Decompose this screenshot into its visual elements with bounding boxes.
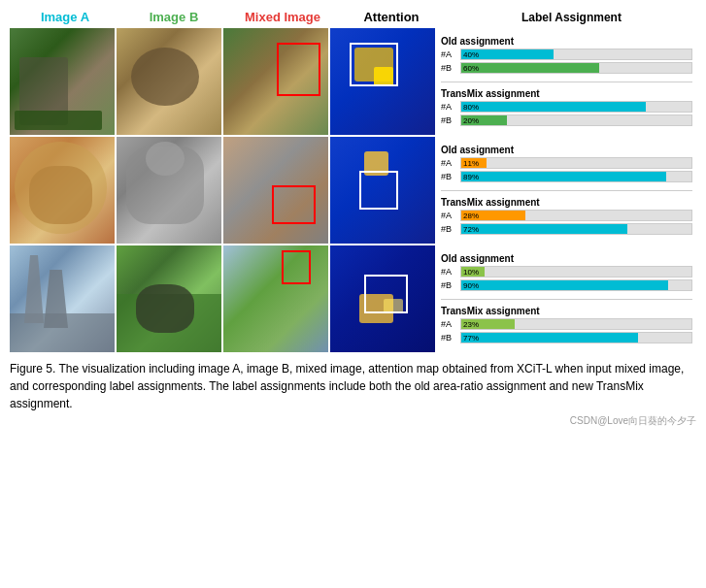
old-assignment-title-1: Old assignment	[441, 36, 692, 47]
header-row: Image A Image B Mixed Image Attention La…	[10, 10, 696, 24]
bar-text-b-2-new: 72%	[463, 224, 479, 233]
bar-label-b-2-new: #B	[441, 224, 458, 234]
new-assignment-title-2: TransMix assignment	[441, 197, 692, 208]
divider-3	[441, 299, 692, 300]
table-row: Old assignment #A 10% #B 90%	[10, 245, 696, 352]
image-mix-1	[223, 28, 328, 135]
bar-label-a-3-new: #A	[441, 319, 458, 329]
bar-container-b-2-new: 72%	[460, 223, 692, 235]
image-att-3	[330, 245, 435, 352]
old-assignment-3: Old assignment #A 10% #B 90%	[441, 253, 692, 293]
bar-container-a-1-new: 80%	[460, 101, 692, 113]
bar-text-a-1-old: 40%	[463, 49, 479, 58]
table-row: Old assignment #A 11% #B 89%	[10, 137, 696, 244]
image-grid: Old assignment #A 40% #B 60%	[10, 28, 696, 352]
image-b-1	[117, 28, 221, 135]
image-mix-3	[223, 245, 328, 352]
bar-text-a-1-new: 80%	[463, 102, 479, 111]
header-image-b: Image B	[120, 10, 227, 24]
header-attention: Attention	[338, 10, 445, 24]
table-row: Old assignment #A 40% #B 60%	[10, 28, 696, 135]
bar-text-a-3-new: 23%	[463, 319, 479, 328]
bar-row-b-1-old: #B 60%	[441, 62, 692, 74]
new-assignment-2: TransMix assignment #A 28% #B 72%	[441, 197, 692, 237]
new-assignment-3: TransMix assignment #A 23% #B 77%	[441, 306, 692, 345]
bar-fill-b-2-new	[461, 224, 627, 234]
old-assignment-2: Old assignment #A 11% #B 89%	[441, 145, 692, 184]
main-container: Image A Image B Mixed Image Attention La…	[10, 10, 696, 428]
bar-row-b-3-new: #B 77%	[441, 332, 692, 343]
bar-label-a: #A	[441, 49, 458, 59]
bar-row-b-2-new: #B 72%	[441, 223, 692, 235]
old-assignment-title-3: Old assignment	[441, 253, 692, 264]
image-a-1	[10, 28, 115, 135]
bar-row-a-2-old: #A 11%	[441, 157, 692, 169]
bar-label-a-2-new: #A	[441, 211, 458, 220]
bar-row-a-3-new: #A 23%	[441, 318, 692, 330]
bar-container-a-1-old: 40%	[460, 49, 692, 60]
bar-container-a-2-new: 28%	[460, 210, 692, 221]
bar-label-b-2-old: #B	[441, 172, 458, 181]
divider-2	[441, 190, 692, 191]
image-a-2	[10, 137, 115, 244]
bar-fill-b-3-new	[461, 333, 638, 343]
image-mix-2	[223, 137, 328, 244]
bar-row-a-1-old: #A 40%	[441, 49, 692, 60]
bar-label-b-new-1: #B	[441, 115, 458, 125]
bar-label-a-new-1: #A	[441, 102, 458, 112]
bar-container-a-3-old: 10%	[460, 266, 692, 278]
bar-row-a-2-new: #A 28%	[441, 210, 692, 221]
att-box-3	[364, 275, 408, 313]
bar-text-b-1-old: 60%	[463, 63, 479, 72]
image-b-3	[117, 245, 221, 352]
red-box-1	[277, 43, 320, 96]
bar-container-a-2-old: 11%	[460, 157, 692, 169]
image-b-2	[117, 137, 221, 244]
header-image-a: Image A	[12, 10, 118, 24]
watermark: CSDN@Love向日葵的今夕子	[10, 414, 696, 428]
bar-label-b-3-new: #B	[441, 333, 458, 343]
bar-text-b-1-new: 20%	[463, 115, 479, 124]
att-box-1	[350, 43, 398, 86]
old-assignment-1: Old assignment #A 40% #B 60%	[441, 36, 692, 76]
bar-label-b: #B	[441, 63, 458, 73]
old-assignment-title-2: Old assignment	[441, 145, 692, 155]
bar-row-a-3-old: #A 10%	[441, 266, 692, 278]
new-assignment-title-3: TransMix assignment	[441, 306, 692, 316]
bar-container-b-2-old: 89%	[460, 171, 692, 182]
figure-caption: Figure 5. The visualization including im…	[10, 360, 696, 412]
bar-fill-a-1-new	[461, 102, 646, 112]
bar-label-a-3-old: #A	[441, 267, 458, 277]
new-assignment-1: TransMix assignment #A 80% #B 20%	[441, 88, 692, 128]
red-box-2	[272, 185, 316, 224]
bar-text-a-2-old: 11%	[463, 158, 479, 167]
bar-container-b-1-new: 20%	[460, 114, 692, 126]
bar-container-b-3-old: 90%	[460, 279, 692, 291]
bar-fill-b-3-old	[461, 280, 668, 290]
bar-text-a-3-old: 10%	[463, 267, 479, 276]
bar-text-b-2-old: 89%	[463, 172, 479, 180]
bar-text-b-3-new: 77%	[463, 333, 479, 342]
bar-row-b-1-new: #B 20%	[441, 114, 692, 126]
bar-fill-b-2-old	[461, 172, 666, 181]
header-mixed-image: Mixed Image	[229, 10, 336, 24]
divider-1	[441, 82, 692, 82]
labels-2: Old assignment #A 11% #B 89%	[437, 137, 696, 244]
bar-text-a-2-new: 28%	[463, 211, 479, 219]
image-a-3	[10, 245, 115, 352]
bar-container-b-3-new: 77%	[460, 332, 692, 343]
bar-row-b-3-old: #B 90%	[441, 279, 692, 291]
new-assignment-title-1: TransMix assignment	[441, 88, 692, 99]
att-box-2	[359, 171, 398, 210]
bar-row-b-2-old: #B 89%	[441, 171, 692, 182]
bar-label-b-3-old: #B	[441, 280, 458, 290]
bar-text-b-3-old: 90%	[463, 280, 479, 289]
bar-fill-b-1-old	[461, 63, 599, 73]
header-label-assignment: Label Assignment	[447, 11, 696, 24]
red-box-3	[282, 250, 311, 284]
bar-container-b-1-old: 60%	[460, 62, 692, 74]
image-att-1	[330, 28, 435, 135]
bar-container-a-3-new: 23%	[460, 318, 692, 330]
labels-1: Old assignment #A 40% #B 60%	[437, 28, 696, 135]
bar-label-a-2-old: #A	[441, 158, 458, 168]
